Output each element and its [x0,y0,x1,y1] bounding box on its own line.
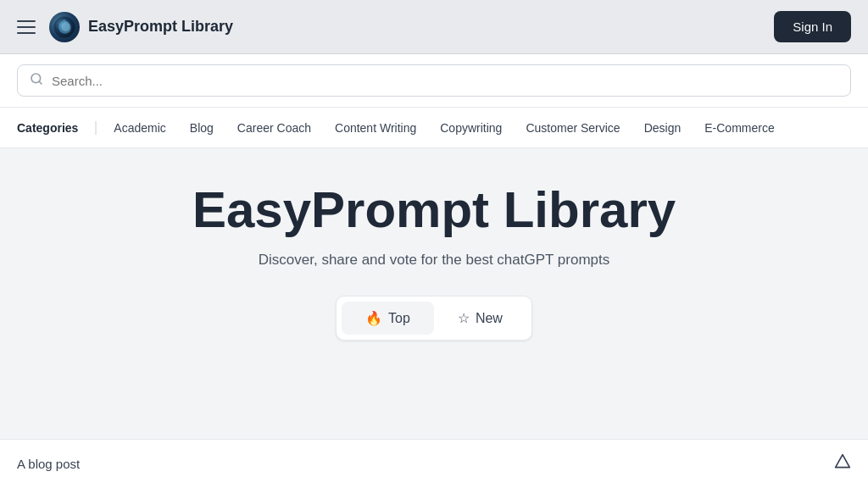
header: EasyPrompt Library Sign In [0,0,868,54]
new-sort-button[interactable]: ☆ New [434,302,526,335]
nav-item-academic[interactable]: Academic [114,118,165,138]
triangle-icon [834,453,851,474]
fire-icon: 🔥 [365,310,382,326]
logo-area: EasyPrompt Library [49,12,233,42]
new-sort-label: New [476,311,503,326]
top-sort-button[interactable]: 🔥 Top [342,302,434,335]
nav-item-blog[interactable]: Blog [190,118,214,138]
bottom-post-title: A blog post [17,457,80,471]
categories-nav: Categories Academic Blog Career Coach Co… [0,108,868,148]
nav-item-copywriting[interactable]: Copywriting [440,118,502,138]
logo-icon [49,12,80,42]
header-left: EasyPrompt Library [17,12,233,42]
categories-label: Categories [17,121,97,135]
main-content: EasyPrompt Library Discover, share and v… [0,148,868,378]
search-icon [30,72,43,89]
hero-title: EasyPrompt Library [192,182,676,238]
nav-item-design[interactable]: Design [644,118,682,138]
hero-subtitle: Discover, share and vote for the best ch… [259,252,610,269]
nav-item-content-writing[interactable]: Content Writing [335,118,416,138]
nav-item-e-commerce[interactable]: E-Commerce [704,118,774,138]
star-icon: ☆ [458,310,470,326]
bottom-bar: A blog post [0,439,868,488]
search-input-wrapper [17,64,851,97]
top-sort-label: Top [388,311,410,326]
app-title: EasyPrompt Library [88,18,233,36]
nav-item-career-coach[interactable]: Career Coach [237,118,311,138]
nav-item-customer-service[interactable]: Customer Service [526,118,620,138]
search-bar [0,54,868,108]
sort-buttons: 🔥 Top ☆ New [336,296,532,341]
svg-marker-3 [836,455,850,468]
svg-line-2 [39,81,42,84]
sign-in-button[interactable]: Sign In [774,11,851,42]
menu-icon[interactable] [17,20,36,34]
search-input[interactable] [52,74,838,88]
